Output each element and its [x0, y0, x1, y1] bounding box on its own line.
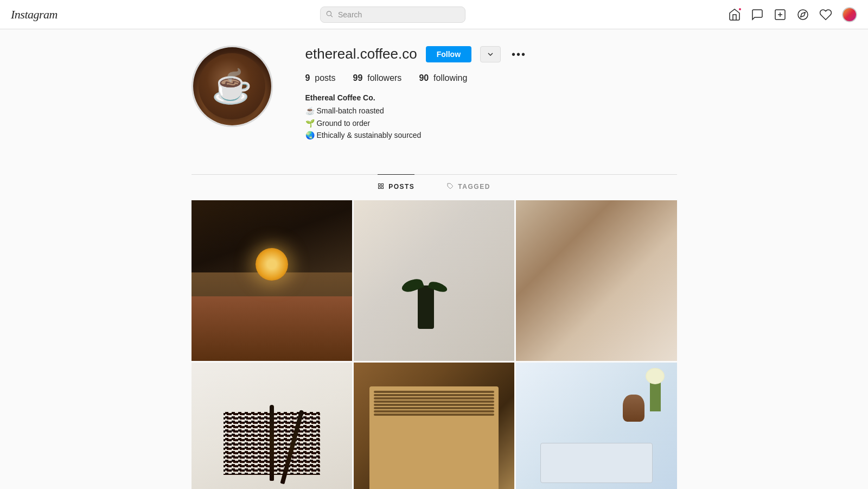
tag-icon — [447, 182, 454, 191]
create-icon[interactable] — [774, 8, 787, 21]
grid-item-4[interactable] — [192, 363, 352, 489]
profile-avatar — [192, 46, 273, 127]
stats-row: 9 posts 99 followers 90 following — [305, 73, 677, 83]
svg-rect-8 — [381, 183, 384, 186]
posts-count: 9 — [305, 73, 310, 82]
tulip — [650, 379, 661, 411]
follow-button[interactable]: Follow — [426, 46, 471, 62]
grid-item-5[interactable] — [354, 363, 514, 489]
heart-icon[interactable] — [819, 8, 832, 21]
svg-point-5 — [798, 10, 808, 20]
posts-label: posts — [315, 73, 335, 82]
profile-top-row: ethereal.coffee.co Follow ••• — [305, 46, 677, 62]
notification-dot — [738, 7, 742, 11]
svg-rect-7 — [379, 183, 381, 186]
menu-row — [374, 397, 494, 399]
followers-count: 99 — [353, 73, 363, 82]
followers-stat[interactable]: 99 followers — [353, 73, 402, 83]
profile-avatar-wrap — [192, 46, 273, 142]
cup-hand — [623, 395, 644, 422]
following-count: 90 — [419, 73, 429, 82]
bio-name: Ethereal Coffee Co. — [305, 92, 677, 104]
grid-item-6[interactable] — [516, 363, 676, 489]
svg-marker-6 — [801, 12, 805, 16]
menu-row — [374, 391, 494, 393]
grid-item-2[interactable] — [354, 200, 514, 361]
svg-rect-9 — [379, 187, 381, 189]
svg-rect-10 — [381, 187, 384, 189]
bio-section: Ethereal Coffee Co. ☕ Small-batch roaste… — [305, 92, 677, 142]
search-container — [320, 7, 465, 23]
menu-row — [374, 414, 494, 416]
tab-posts-label: POSTS — [388, 183, 414, 190]
tab-tagged[interactable]: TAGGED — [447, 174, 490, 199]
profile-avatar-nav[interactable] — [842, 7, 857, 22]
profile-thumbnail — [842, 7, 857, 22]
menu-row — [374, 394, 494, 396]
username: ethereal.coffee.co — [305, 46, 417, 62]
following-label: following — [433, 73, 467, 82]
spoons-scene — [192, 363, 352, 489]
home-icon[interactable] — [728, 8, 741, 21]
posts-stat: 9 posts — [305, 73, 336, 83]
bio-line-3: 🌏 Ethically & sustainably sourced — [305, 129, 677, 141]
avatar-coffee-image — [193, 47, 271, 125]
search-input[interactable] — [320, 7, 465, 23]
menu-board — [369, 386, 498, 489]
profile-section: ethereal.coffee.co Follow ••• 9 posts 99… — [192, 46, 677, 158]
more-options-button[interactable]: ••• — [509, 49, 528, 60]
grid-icon — [378, 182, 384, 191]
svg-line-1 — [331, 15, 333, 17]
profile-info: ethereal.coffee.co Follow ••• 9 posts 99… — [305, 46, 677, 142]
bar-counter — [192, 296, 352, 361]
compass-icon[interactable] — [796, 8, 809, 21]
tab-posts[interactable]: POSTS — [378, 174, 414, 199]
menu-row — [374, 404, 494, 406]
following-stat[interactable]: 90 following — [419, 73, 467, 83]
svg-point-0 — [327, 11, 331, 15]
tabs-section: POSTS TAGGED — [192, 174, 677, 199]
pendant-light — [269, 256, 276, 264]
tab-tagged-label: TAGGED — [458, 183, 490, 190]
spoon-left — [270, 405, 274, 481]
messenger-icon[interactable] — [751, 8, 764, 21]
menu-row — [374, 410, 494, 412]
followers-label: followers — [367, 73, 401, 82]
grid-item-3[interactable] — [516, 200, 676, 361]
menu-row — [374, 407, 494, 409]
bio-line-1: ☕ Small-batch roasted — [305, 105, 677, 117]
desk-scene — [516, 363, 676, 489]
dropdown-button[interactable] — [480, 46, 501, 62]
plant-decoration — [418, 285, 434, 329]
bio-line-2: 🌱 Ground to order — [305, 117, 677, 129]
menu-row — [374, 401, 494, 403]
main-content: ethereal.coffee.co Follow ••• 9 posts 99… — [181, 29, 688, 489]
nav-icons — [728, 7, 857, 22]
photo-grid — [192, 200, 677, 489]
keyboard — [540, 443, 653, 483]
instagram-logo[interactable]: Instagram — [11, 8, 58, 22]
grid-item-1[interactable] — [192, 200, 352, 361]
search-icon — [326, 10, 333, 19]
main-header: Instagram — [0, 0, 868, 29]
